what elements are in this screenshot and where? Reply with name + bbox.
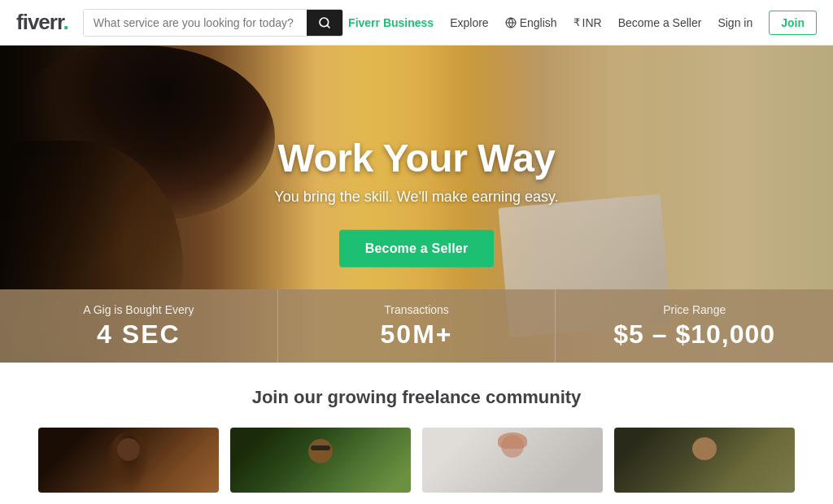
search-icon	[318, 16, 331, 29]
stat-label-0: A Gig is Bought Every	[83, 303, 194, 316]
fiverr-business-link[interactable]: Fiverr Business	[348, 16, 434, 29]
community-card-2	[230, 428, 411, 493]
hero-subtitle: You bring the skill. We'll make earning …	[205, 189, 628, 206]
stats-bar: A Gig is Bought Every 4 SEC Transactions…	[0, 289, 833, 363]
stat-value-0: 4 SEC	[97, 319, 180, 350]
explore-link[interactable]: Explore	[450, 16, 488, 29]
hero-title: Work Your Way	[205, 136, 628, 180]
hero-content: Work Your Way You bring the skill. We'll…	[205, 136, 628, 267]
sign-in-link[interactable]: Sign in	[717, 16, 752, 29]
community-cards	[16, 428, 817, 493]
search-input[interactable]	[84, 10, 307, 36]
community-title: Join our growing freelance community	[16, 387, 817, 408]
globe-icon	[505, 17, 517, 28]
stat-item-0: A Gig is Bought Every 4 SEC	[0, 289, 278, 363]
join-button[interactable]: Join	[769, 11, 817, 35]
fiverr-logo[interactable]: fiverr.	[16, 10, 68, 35]
currency-label: INR	[582, 16, 602, 29]
become-seller-cta-button[interactable]: Become a Seller	[339, 230, 495, 267]
language-link[interactable]: English	[505, 16, 557, 29]
community-section: Join our growing freelance community	[0, 363, 833, 493]
stat-label-2: Price Range	[663, 303, 726, 316]
community-card-1	[38, 428, 219, 493]
stat-item-1: Transactions 50M+	[278, 289, 556, 363]
navbar: fiverr. Fiverr Business Explore English …	[0, 0, 833, 46]
nav-links: Fiverr Business Explore English ₹ INR Be…	[348, 11, 817, 35]
become-seller-link[interactable]: Become a Seller	[618, 16, 702, 29]
community-card-3	[422, 428, 603, 493]
logo-text: fiverr.	[16, 10, 68, 35]
stat-value-2: $5 – $10,000	[613, 319, 775, 350]
search-bar	[83, 9, 343, 37]
inr-icon: ₹	[574, 16, 580, 28]
svg-line-1	[327, 25, 329, 28]
currency-link[interactable]: ₹ INR	[574, 16, 602, 29]
stat-item-2: Price Range $5 – $10,000	[556, 289, 833, 363]
community-card-4	[614, 428, 795, 493]
language-label: English	[520, 16, 557, 29]
stat-value-1: 50M+	[381, 319, 453, 350]
stat-label-1: Transactions	[384, 303, 449, 316]
search-button[interactable]	[307, 10, 342, 36]
